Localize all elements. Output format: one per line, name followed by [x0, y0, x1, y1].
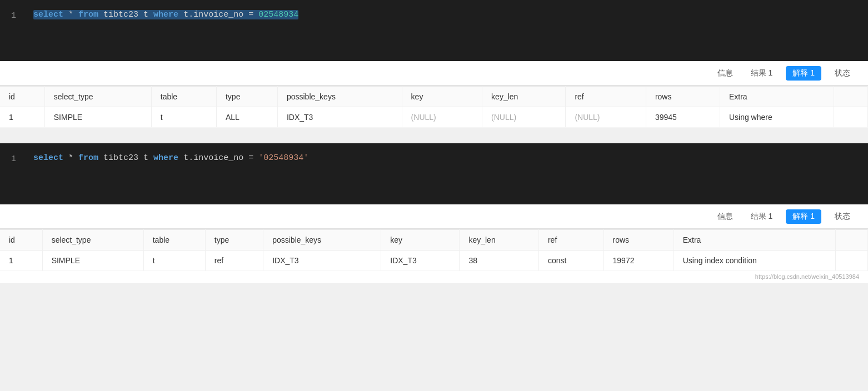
cell-type-2: ref: [205, 250, 263, 271]
cell-possible-keys-1: IDX_T3: [277, 107, 402, 128]
cell-type-1: ALL: [216, 107, 277, 128]
col-table-2: table: [143, 230, 205, 250]
table-row: 1 SIMPLE t ALL IDX_T3 (NULL) (NULL) (NUL…: [0, 107, 868, 128]
cell-end-1: [834, 107, 867, 128]
cell-select-type-2: SIMPLE: [42, 250, 143, 271]
explain-table-2: id select_type table type possible_keys …: [0, 229, 868, 271]
col-possible-keys-2: possible_keys: [263, 230, 381, 250]
kw-field-1: t.invoice_no: [183, 10, 248, 19]
explain-btn-1[interactable]: 解释 1: [786, 66, 821, 81]
selected-code-1: select * from tibtc23 t where t.invoice_…: [33, 10, 298, 19]
col-rows-1: rows: [646, 87, 720, 107]
table-row: 1 SIMPLE t ref IDX_T3 IDX_T3 38 const 19…: [0, 250, 868, 271]
kw-select-1: select: [33, 10, 63, 19]
code-line-1: select * from tibtc23 t where t.invoice_…: [33, 10, 857, 19]
query-section-1: 1 select * from tibtc23 t where t.invoic…: [0, 0, 868, 128]
cell-id-2: 1: [0, 250, 42, 271]
kw-select-2: select: [33, 153, 63, 163]
kw-star-2: *: [68, 153, 78, 163]
col-type-2: type: [205, 230, 263, 250]
col-ref-1: ref: [566, 87, 646, 107]
info-btn-1[interactable]: 信息: [713, 66, 737, 81]
col-table-1: table: [151, 87, 216, 107]
cell-key-len-1: (NULL): [482, 107, 566, 128]
watermark: https://blog.csdn.net/weixin_40513984: [0, 271, 868, 283]
line-number-1: 1: [11, 10, 22, 21]
col-padding-1: [834, 87, 867, 107]
toolbar-2: 信息 结果 1 解释 1 状态: [0, 204, 868, 229]
result-btn-1[interactable]: 结果 1: [746, 66, 777, 81]
cell-ref-1: (NULL): [566, 107, 646, 128]
kw-where-1: where: [153, 10, 178, 19]
kw-table-1: tibtc23 t: [103, 10, 153, 19]
table-header-row-1: id select_type table type possible_keys …: [0, 87, 868, 107]
cell-select-type-1: SIMPLE: [44, 107, 151, 128]
cell-ref-2: const: [538, 250, 603, 271]
query-section-2: 1 select * from tibtc23 t where t.invoic…: [0, 143, 868, 283]
col-padding-2: [836, 230, 868, 250]
col-key-2: key: [381, 230, 460, 250]
result-table-2: id select_type table type possible_keys …: [0, 229, 868, 271]
result-table-1: id select_type table type possible_keys …: [0, 86, 868, 128]
cell-table-1: t: [151, 107, 216, 128]
cell-extra-1: Using where: [720, 107, 834, 128]
explain-table-1: id select_type table type possible_keys …: [0, 86, 868, 128]
explain-btn-2[interactable]: 解释 1: [786, 209, 821, 224]
status-btn-1[interactable]: 状态: [830, 66, 855, 81]
col-extra-1: Extra: [720, 87, 834, 107]
code-editor-2: 1 select * from tibtc23 t where t.invoic…: [0, 143, 868, 204]
cell-rows-1: 39945: [646, 107, 720, 128]
kw-str-val-2: '02548934': [258, 153, 308, 163]
section-spacer: [0, 128, 868, 143]
cell-end-2: [836, 250, 868, 271]
col-key-len-1: key_len: [482, 87, 566, 107]
cell-extra-2: Using index condition: [674, 250, 835, 271]
info-btn-2[interactable]: 信息: [713, 209, 737, 224]
col-rows-2: rows: [603, 230, 674, 250]
col-extra-2: Extra: [674, 230, 835, 250]
cell-possible-keys-2: IDX_T3: [263, 250, 381, 271]
kw-table-2: tibtc23 t: [103, 153, 153, 163]
col-id-1: id: [0, 87, 44, 107]
kw-where-2: where: [153, 153, 178, 163]
cell-id-1: 1: [0, 107, 44, 128]
col-possible-keys-1: possible_keys: [277, 87, 402, 107]
col-select-type-2: select_type: [42, 230, 143, 250]
code-editor-1: 1 select * from tibtc23 t where t.invoic…: [0, 0, 868, 61]
kw-star-1: *: [68, 10, 78, 19]
kw-eq-1: =: [248, 10, 258, 19]
col-key-len-2: key_len: [460, 230, 539, 250]
kw-from-2: from: [78, 153, 98, 163]
result-btn-2[interactable]: 结果 1: [746, 209, 777, 224]
col-id-2: id: [0, 230, 42, 250]
col-ref-2: ref: [538, 230, 603, 250]
toolbar-1: 信息 结果 1 解释 1 状态: [0, 61, 868, 86]
kw-from-1: from: [78, 10, 98, 19]
kw-eq-2: =: [248, 153, 258, 163]
col-key-1: key: [402, 87, 482, 107]
code-line-2: select * from tibtc23 t where t.invoice_…: [33, 153, 857, 163]
cell-rows-2: 19972: [603, 250, 674, 271]
kw-num-val-1: 02548934: [258, 10, 298, 19]
cell-table-2: t: [143, 250, 205, 271]
col-select-type-1: select_type: [44, 87, 151, 107]
cell-key-1: (NULL): [402, 107, 482, 128]
cell-key-2: IDX_T3: [381, 250, 460, 271]
col-type-1: type: [216, 87, 277, 107]
line-number-2: 1: [11, 153, 22, 164]
kw-field-2: t.invoice_no: [183, 153, 248, 163]
cell-key-len-2: 38: [460, 250, 539, 271]
status-btn-2[interactable]: 状态: [830, 209, 855, 224]
table-header-row-2: id select_type table type possible_keys …: [0, 230, 868, 250]
